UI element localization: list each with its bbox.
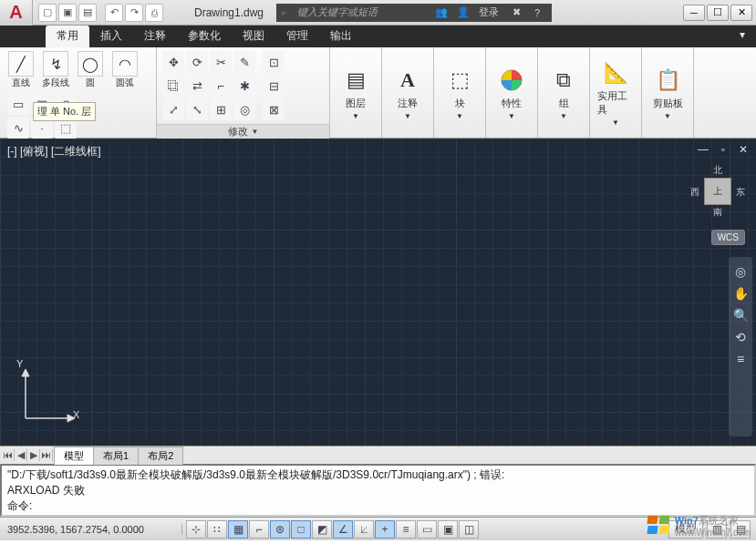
tab-insert[interactable]: 插入	[89, 26, 133, 47]
history-arrow-icon[interactable]: ▸	[282, 7, 286, 17]
qat-open-icon[interactable]: ▣	[58, 4, 77, 22]
status-3dosnap-icon[interactable]: ◩	[312, 520, 332, 539]
viewcube-west[interactable]: 西	[690, 186, 699, 199]
qat-save-icon[interactable]: ▤	[78, 4, 97, 22]
nav-orbit-icon[interactable]: ⟲	[735, 330, 746, 344]
drawing-canvas[interactable]	[0, 139, 756, 446]
tool-copy-icon[interactable]: ⿻	[162, 75, 184, 97]
search-input[interactable]: 键入关键字或短语	[294, 4, 421, 22]
panel-block-button[interactable]: ⬚块▼	[440, 64, 480, 122]
status-sc-icon[interactable]: ◫	[459, 520, 479, 539]
status-polar-icon[interactable]: ⊛	[270, 520, 290, 539]
command-line[interactable]: "D:/下载/soft1/3d3s9.0最新全模块破解版/3d3s9.0最新全模…	[0, 464, 756, 517]
tab-output[interactable]: 输出	[319, 26, 363, 47]
nav-showmenu-icon[interactable]: ≡	[737, 352, 744, 366]
layout-tab-layout2[interactable]: 布局2	[138, 446, 183, 465]
viewcube-north[interactable]: 北	[713, 164, 722, 177]
status-qp-icon[interactable]: ▣	[438, 520, 458, 539]
tool-stretch-icon[interactable]: ⤢	[162, 98, 184, 120]
vp-close-icon[interactable]: ✕	[736, 142, 751, 157]
tool-offset-icon[interactable]: ◎	[233, 98, 255, 120]
panel-layers-button[interactable]: ▤图层▼	[336, 64, 376, 122]
tool-spline-icon[interactable]: ∿	[7, 117, 29, 139]
tab-manage[interactable]: 管理	[275, 26, 319, 47]
tool-circle[interactable]: ◯圆	[75, 51, 106, 89]
props-icon	[497, 66, 526, 95]
viewport-label[interactable]: [-] [俯视] [二维线框]	[7, 144, 101, 159]
layout-nav-next-icon[interactable]: ▶	[27, 449, 40, 461]
panel-clip-button[interactable]: 📋剪贴板▼	[647, 64, 688, 122]
layout-tab-model[interactable]: 模型	[54, 446, 94, 465]
ribbon-options-icon[interactable]: ▾	[729, 26, 756, 47]
tool-extra1-icon[interactable]: ⊡	[263, 51, 285, 73]
status-tpy-icon[interactable]: ▭	[417, 520, 437, 539]
status-otrack-icon[interactable]: ∠	[333, 520, 353, 539]
tab-home[interactable]: 常用	[46, 26, 89, 47]
tool-extra2-icon[interactable]: ⊟	[263, 75, 285, 97]
tool-arc[interactable]: ◠圆弧	[109, 51, 140, 89]
minimize-button[interactable]: ─	[683, 5, 705, 21]
app-logo[interactable]: A	[0, 0, 33, 26]
command-prompt: 命令:	[7, 499, 32, 512]
status-grid-icon[interactable]: ▦	[228, 520, 248, 539]
tab-annotate[interactable]: 注释	[133, 26, 177, 47]
panel-group-button[interactable]: ⧉组▼	[544, 64, 584, 122]
tool-rect-icon[interactable]: ▭	[7, 93, 29, 115]
layout-nav-first-icon[interactable]: ⏮	[2, 449, 15, 461]
status-dyn-icon[interactable]: +	[375, 520, 395, 539]
tab-view[interactable]: 视图	[232, 26, 275, 47]
status-infer-icon[interactable]: ⊹	[186, 520, 206, 539]
tool-array-icon[interactable]: ⊞	[210, 98, 232, 120]
tool-mirror-icon[interactable]: ⇄	[186, 75, 208, 97]
status-ducs-icon[interactable]: ⟀	[354, 520, 374, 539]
exchange-icon[interactable]: ✖	[505, 6, 528, 18]
layout-tab-layout1[interactable]: 布局1	[93, 446, 139, 465]
tool-move-icon[interactable]: ✥	[162, 51, 184, 73]
vp-restore-icon[interactable]: ▫	[716, 142, 730, 157]
nav-zoom-icon[interactable]: 🔍	[733, 308, 749, 323]
viewcube[interactable]: 北 南 东 西 上	[692, 166, 743, 217]
tool-polyline[interactable]: ↯多段线	[40, 51, 71, 89]
status-snap-icon[interactable]: ∷	[207, 520, 227, 539]
tool-rotate-icon[interactable]: ⟳	[186, 51, 208, 73]
signin-label[interactable]: 登录	[476, 5, 502, 19]
status-lwt-icon[interactable]: ≡	[396, 520, 416, 539]
nav-pan-icon[interactable]: ✋	[733, 286, 749, 301]
viewcube-top-face[interactable]: 上	[704, 178, 731, 205]
maximize-button[interactable]: ☐	[707, 5, 729, 21]
panel-annot-button[interactable]: A注释▼	[388, 64, 428, 122]
tool-trim-icon[interactable]: ✂	[210, 51, 232, 73]
panel-props-button[interactable]: 特性▼	[492, 64, 532, 122]
layout-nav-prev-icon[interactable]: ◀	[15, 449, 27, 461]
panel-util-button[interactable]: 📐实用工具▼	[595, 56, 636, 128]
tool-line[interactable]: ╱直线	[5, 51, 36, 89]
status-coordinates[interactable]: 3952.5396, 1567.2754, 0.0000	[0, 524, 182, 535]
tool-explode-icon[interactable]: ✱	[233, 75, 255, 97]
wcs-badge[interactable]: WCS	[711, 230, 745, 245]
close-button[interactable]: ✕	[730, 5, 752, 21]
tool-erase-icon[interactable]: ✎	[233, 51, 255, 73]
vp-minimize-icon[interactable]: —	[696, 142, 710, 157]
layout-nav-last-icon[interactable]: ⏭	[40, 449, 53, 461]
panel-modify-title[interactable]: 修改▼	[157, 124, 329, 139]
qat-print-icon[interactable]: ⎙	[145, 4, 163, 22]
tool-extra3-icon[interactable]: ⊠	[263, 98, 285, 120]
nav-fullnav-icon[interactable]: ◎	[735, 264, 746, 279]
qat-new-icon[interactable]: ▢	[38, 4, 57, 22]
status-osnap-icon[interactable]: □	[291, 520, 311, 539]
tool-scale-icon[interactable]: ⤡	[186, 98, 208, 120]
viewcube-east[interactable]: 东	[736, 186, 745, 199]
svg-marker-3	[22, 369, 29, 376]
qat-undo-icon[interactable]: ↶	[105, 4, 123, 22]
ucs-x-label: X	[73, 409, 79, 420]
command-history-1: "D:/下载/soft1/3d3s9.0最新全模块破解版/3d3s9.0最新全模…	[7, 468, 504, 481]
tab-parametric[interactable]: 参数化	[177, 26, 232, 47]
tool-fillet-icon[interactable]: ⌐	[210, 75, 232, 97]
qat-redo-icon[interactable]: ↷	[125, 4, 143, 22]
infocenter-icon[interactable]: 👥	[432, 6, 450, 18]
signin-icon[interactable]: 👤	[454, 6, 472, 18]
help-icon[interactable]: ?	[532, 7, 543, 18]
viewcube-south[interactable]: 南	[713, 206, 722, 219]
windows-logo-icon	[646, 513, 671, 539]
status-ortho-icon[interactable]: ⌐	[249, 520, 269, 539]
